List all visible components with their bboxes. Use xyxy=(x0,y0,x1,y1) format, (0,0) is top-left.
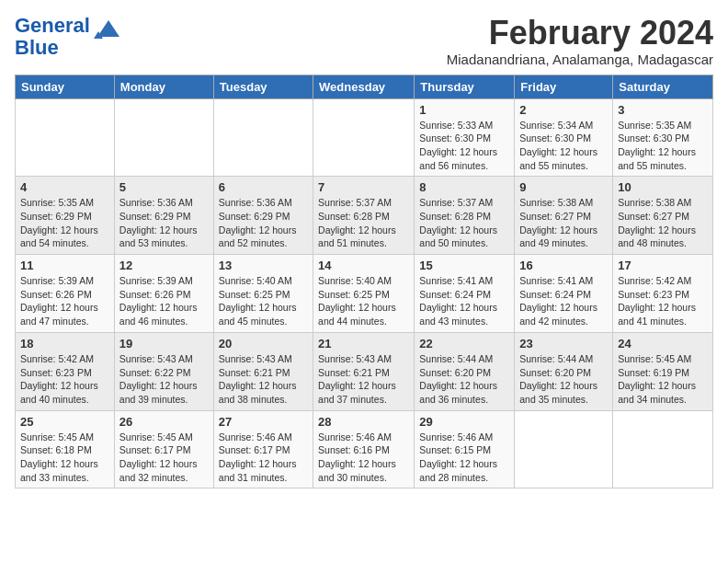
weekday-friday: Friday xyxy=(515,75,613,98)
calendar-cell: 4Sunrise: 5:35 AMSunset: 6:29 PMDaylight… xyxy=(16,177,115,255)
calendar-cell: 12Sunrise: 5:39 AMSunset: 6:26 PMDayligh… xyxy=(114,255,213,333)
day-info: Sunrise: 5:45 AMSunset: 6:18 PMDaylight:… xyxy=(20,431,109,485)
calendar-cell: 25Sunrise: 5:45 AMSunset: 6:18 PMDayligh… xyxy=(16,410,115,488)
calendar-cell: 18Sunrise: 5:42 AMSunset: 6:23 PMDayligh… xyxy=(16,332,115,410)
day-info: Sunrise: 5:42 AMSunset: 6:23 PMDaylight:… xyxy=(20,352,109,407)
calendar-cell: 21Sunrise: 5:43 AMSunset: 6:21 PMDayligh… xyxy=(313,332,415,410)
logo-text: General Blue xyxy=(15,15,90,59)
calendar-cell xyxy=(313,98,415,177)
day-info: Sunrise: 5:46 AMSunset: 6:17 PMDaylight:… xyxy=(219,431,308,485)
calendar-cell: 2Sunrise: 5:34 AMSunset: 6:30 PMDaylight… xyxy=(515,98,613,177)
calendar-cell: 28Sunrise: 5:46 AMSunset: 6:16 PMDayligh… xyxy=(313,410,415,488)
day-number: 8 xyxy=(419,180,509,194)
day-number: 23 xyxy=(519,337,608,350)
week-row-0: 1Sunrise: 5:33 AMSunset: 6:30 PMDaylight… xyxy=(16,98,713,177)
day-number: 27 xyxy=(219,415,308,429)
day-info: Sunrise: 5:35 AMSunset: 6:29 PMDaylight:… xyxy=(20,196,109,250)
day-number: 1 xyxy=(419,103,509,117)
weekday-tuesday: Tuesday xyxy=(213,75,313,98)
day-info: Sunrise: 5:43 AMSunset: 6:22 PMDaylight:… xyxy=(119,352,209,407)
calendar-cell: 17Sunrise: 5:42 AMSunset: 6:23 PMDayligh… xyxy=(613,255,713,333)
day-info: Sunrise: 5:43 AMSunset: 6:21 PMDaylight:… xyxy=(318,352,409,407)
day-number: 22 xyxy=(419,337,509,350)
title-section: February 2024 Miadanandriana, Analamanga… xyxy=(447,15,713,67)
calendar-cell: 7Sunrise: 5:37 AMSunset: 6:28 PMDaylight… xyxy=(313,177,415,255)
weekday-thursday: Thursday xyxy=(415,75,515,98)
calendar-cell: 20Sunrise: 5:43 AMSunset: 6:21 PMDayligh… xyxy=(213,332,313,410)
calendar-cell: 11Sunrise: 5:39 AMSunset: 6:26 PMDayligh… xyxy=(16,255,115,333)
day-number: 26 xyxy=(119,415,209,429)
calendar-cell: 16Sunrise: 5:41 AMSunset: 6:24 PMDayligh… xyxy=(515,255,613,333)
logo-icon xyxy=(94,18,123,39)
day-info: Sunrise: 5:33 AMSunset: 6:30 PMDaylight:… xyxy=(419,119,509,173)
week-row-3: 18Sunrise: 5:42 AMSunset: 6:23 PMDayligh… xyxy=(16,332,713,410)
calendar-cell: 26Sunrise: 5:45 AMSunset: 6:17 PMDayligh… xyxy=(114,410,213,488)
day-info: Sunrise: 5:39 AMSunset: 6:26 PMDaylight:… xyxy=(119,274,209,328)
logo-general: General xyxy=(15,14,90,37)
svg-marker-0 xyxy=(97,20,119,37)
day-number: 28 xyxy=(318,415,409,429)
day-number: 16 xyxy=(519,259,608,272)
day-info: Sunrise: 5:43 AMSunset: 6:21 PMDaylight:… xyxy=(219,352,308,407)
calendar-cell: 10Sunrise: 5:38 AMSunset: 6:27 PMDayligh… xyxy=(613,177,713,255)
day-number: 14 xyxy=(318,259,409,272)
day-number: 9 xyxy=(519,180,608,194)
calendar-body: 1Sunrise: 5:33 AMSunset: 6:30 PMDaylight… xyxy=(16,98,713,488)
calendar-cell: 8Sunrise: 5:37 AMSunset: 6:28 PMDaylight… xyxy=(415,177,515,255)
day-info: Sunrise: 5:46 AMSunset: 6:16 PMDaylight:… xyxy=(318,431,409,485)
calendar-cell: 19Sunrise: 5:43 AMSunset: 6:22 PMDayligh… xyxy=(114,332,213,410)
calendar-cell xyxy=(16,98,115,177)
day-number: 10 xyxy=(618,180,708,194)
calendar-cell: 22Sunrise: 5:44 AMSunset: 6:20 PMDayligh… xyxy=(415,332,515,410)
calendar-cell: 6Sunrise: 5:36 AMSunset: 6:29 PMDaylight… xyxy=(213,177,313,255)
day-number: 18 xyxy=(20,337,109,350)
day-number: 3 xyxy=(618,103,708,117)
day-info: Sunrise: 5:41 AMSunset: 6:24 PMDaylight:… xyxy=(419,274,509,328)
day-number: 19 xyxy=(119,337,209,350)
page-header: General Blue February 2024 Miadanandrian… xyxy=(15,15,713,67)
calendar-cell: 5Sunrise: 5:36 AMSunset: 6:29 PMDaylight… xyxy=(114,177,213,255)
weekday-saturday: Saturday xyxy=(613,75,713,98)
calendar-cell: 29Sunrise: 5:46 AMSunset: 6:15 PMDayligh… xyxy=(415,410,515,488)
day-info: Sunrise: 5:44 AMSunset: 6:20 PMDaylight:… xyxy=(419,352,509,407)
calendar-cell xyxy=(213,98,313,177)
day-number: 5 xyxy=(119,180,209,194)
day-info: Sunrise: 5:44 AMSunset: 6:20 PMDaylight:… xyxy=(519,352,608,407)
day-info: Sunrise: 5:40 AMSunset: 6:25 PMDaylight:… xyxy=(219,274,308,328)
calendar-cell: 9Sunrise: 5:38 AMSunset: 6:27 PMDaylight… xyxy=(515,177,613,255)
day-info: Sunrise: 5:46 AMSunset: 6:15 PMDaylight:… xyxy=(419,431,509,485)
day-info: Sunrise: 5:36 AMSunset: 6:29 PMDaylight:… xyxy=(119,196,209,250)
day-info: Sunrise: 5:41 AMSunset: 6:24 PMDaylight:… xyxy=(519,274,608,328)
weekday-sunday: Sunday xyxy=(16,75,115,98)
calendar-cell: 13Sunrise: 5:40 AMSunset: 6:25 PMDayligh… xyxy=(213,255,313,333)
logo-blue: Blue xyxy=(15,36,59,59)
calendar-subtitle: Miadanandriana, Analamanga, Madagascar xyxy=(447,52,713,67)
day-number: 20 xyxy=(219,337,308,350)
calendar-cell: 15Sunrise: 5:41 AMSunset: 6:24 PMDayligh… xyxy=(415,255,515,333)
day-number: 4 xyxy=(20,180,109,194)
weekday-header-row: SundayMondayTuesdayWednesdayThursdayFrid… xyxy=(16,75,713,98)
weekday-monday: Monday xyxy=(114,75,213,98)
day-number: 12 xyxy=(119,259,209,272)
day-number: 17 xyxy=(618,259,708,272)
day-number: 13 xyxy=(219,259,308,272)
day-info: Sunrise: 5:45 AMSunset: 6:17 PMDaylight:… xyxy=(119,431,209,485)
calendar-title: February 2024 xyxy=(447,15,713,52)
day-number: 21 xyxy=(318,337,409,350)
day-info: Sunrise: 5:45 AMSunset: 6:19 PMDaylight:… xyxy=(618,352,708,407)
calendar-cell: 24Sunrise: 5:45 AMSunset: 6:19 PMDayligh… xyxy=(613,332,713,410)
day-number: 6 xyxy=(219,180,308,194)
logo: General Blue xyxy=(15,15,123,59)
week-row-1: 4Sunrise: 5:35 AMSunset: 6:29 PMDaylight… xyxy=(16,177,713,255)
day-number: 7 xyxy=(318,180,409,194)
day-info: Sunrise: 5:42 AMSunset: 6:23 PMDaylight:… xyxy=(618,274,708,328)
day-number: 2 xyxy=(519,103,608,117)
calendar-cell xyxy=(515,410,613,488)
day-number: 25 xyxy=(20,415,109,429)
day-number: 24 xyxy=(618,337,708,350)
calendar-cell: 1Sunrise: 5:33 AMSunset: 6:30 PMDaylight… xyxy=(415,98,515,177)
day-number: 29 xyxy=(419,415,509,429)
day-info: Sunrise: 5:35 AMSunset: 6:30 PMDaylight:… xyxy=(618,119,708,173)
calendar-cell: 23Sunrise: 5:44 AMSunset: 6:20 PMDayligh… xyxy=(515,332,613,410)
calendar-cell xyxy=(114,98,213,177)
